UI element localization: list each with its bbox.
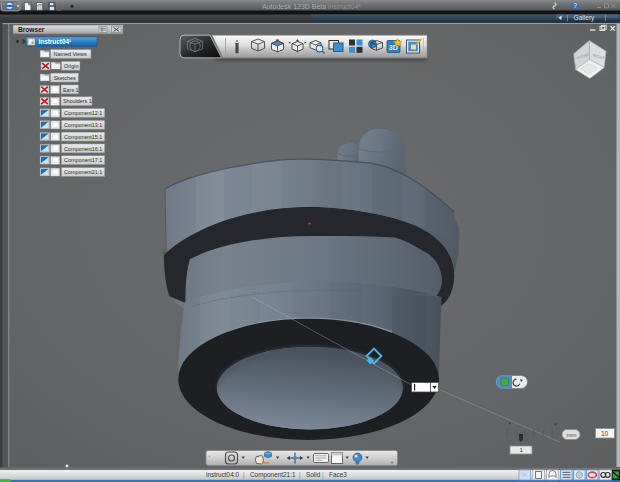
- svg-text:10: 10: [601, 430, 609, 437]
- svg-text:Component12:1: Component12:1: [64, 110, 102, 116]
- svg-text:Ears 1: Ears 1: [63, 87, 79, 93]
- svg-text:Component13:1: Component13:1: [64, 122, 102, 128]
- svg-text:mm: mm: [567, 432, 577, 438]
- svg-text:Autodesk 123D Beta: Autodesk 123D Beta: [262, 3, 326, 10]
- svg-text:Solid: Solid: [306, 471, 321, 478]
- svg-text:Component17:1: Component17:1: [64, 157, 102, 163]
- svg-text:Component15:1: Component15:1: [64, 134, 102, 140]
- svg-text:?: ?: [574, 2, 578, 9]
- svg-text:Component16:1: Component16:1: [64, 146, 102, 152]
- svg-text:Component21:1: Component21:1: [250, 471, 296, 479]
- svg-text:Component21:1: Component21:1: [64, 169, 102, 175]
- svg-text:Shoulders 1: Shoulders 1: [63, 98, 92, 104]
- svg-text:1: 1: [520, 446, 524, 453]
- svg-text:Browser: Browser: [18, 26, 45, 33]
- svg-text:instruct04*: instruct04*: [328, 3, 361, 10]
- svg-text:instruct04:0: instruct04:0: [206, 471, 239, 478]
- svg-text:Origin: Origin: [64, 63, 78, 69]
- svg-text:Gallery: Gallery: [574, 14, 596, 22]
- svg-text:Face3: Face3: [329, 471, 347, 478]
- svg-text:Sketches: Sketches: [54, 75, 76, 81]
- svg-text:Named Views: Named Views: [54, 51, 87, 57]
- svg-text:instruct04¹: instruct04¹: [39, 38, 72, 45]
